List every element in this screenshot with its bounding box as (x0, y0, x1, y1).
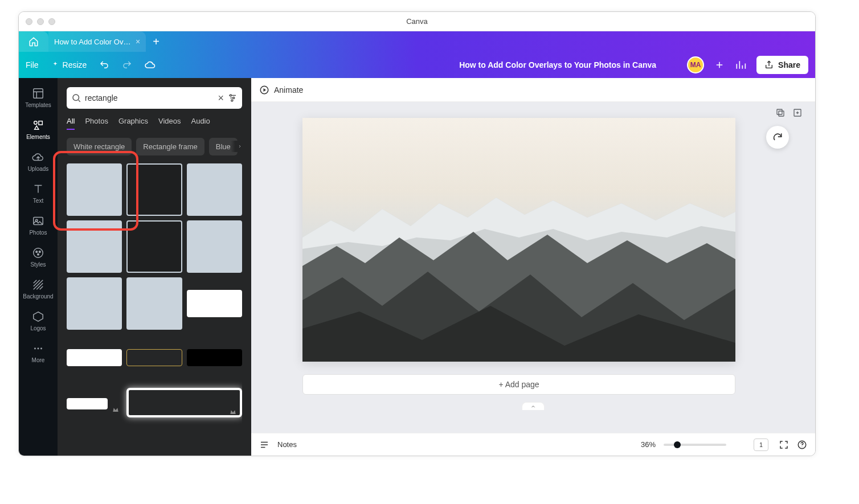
close-dot[interactable] (26, 18, 32, 25)
result-shape[interactable] (187, 290, 242, 317)
rail-logos[interactable]: Logos (19, 305, 58, 337)
result-shape[interactable] (67, 349, 122, 366)
canvas-area: Animate (251, 78, 815, 456)
canvas-page[interactable] (302, 118, 735, 362)
result-shape[interactable] (126, 277, 182, 330)
svg-point-14 (233, 97, 235, 99)
cloud-sync-icon[interactable] (145, 59, 156, 71)
rail-label: Elements (26, 134, 50, 140)
page-drawer-handle[interactable] (522, 402, 545, 410)
minimize-dot[interactable] (37, 18, 44, 25)
rail-background[interactable]: Background (19, 273, 58, 305)
svg-rect-2 (39, 121, 42, 124)
result-shape[interactable] (187, 163, 242, 216)
logos-icon (32, 310, 44, 323)
canvas-stage[interactable]: + Add page (251, 102, 815, 433)
clear-search-icon[interactable]: × (218, 92, 224, 104)
add-page-button[interactable]: + Add page (302, 374, 735, 395)
result-shape[interactable] (187, 220, 242, 273)
uploads-icon (32, 151, 44, 163)
zoom-dot[interactable] (48, 18, 55, 25)
rail-photos[interactable]: Photos (19, 209, 58, 241)
rail-text[interactable]: Text (19, 177, 58, 209)
result-shape[interactable] (126, 388, 242, 417)
insights-icon[interactable] (735, 59, 746, 71)
document-title[interactable]: How to Add Color Overlays to Your Photos… (459, 60, 656, 69)
result-shape[interactable] (126, 220, 182, 273)
rail-label: Templates (25, 102, 51, 108)
filter-tab-audio[interactable]: Audio (191, 117, 210, 130)
search-results (67, 163, 242, 446)
rail-elements[interactable]: Elements (19, 113, 58, 145)
filter-tab-graphics[interactable]: Graphics (118, 117, 148, 130)
svg-rect-0 (34, 88, 43, 98)
pro-badge-icon (228, 407, 238, 416)
more-icon (32, 342, 44, 355)
filter-tab-videos[interactable]: Videos (158, 117, 181, 130)
page-tools (775, 108, 803, 118)
rail-styles[interactable]: Styles (19, 241, 58, 273)
notes-icon[interactable] (259, 440, 269, 450)
side-rail: Templates Elements Uploads Text Photos S… (19, 78, 58, 456)
document-tab[interactable]: How to Add Color Ove… × (48, 31, 146, 52)
filter-tab-photos[interactable]: Photos (85, 117, 108, 130)
svg-point-9 (34, 347, 36, 349)
zoom-slider[interactable] (664, 444, 726, 446)
duplicate-page-icon[interactable] (775, 108, 786, 118)
chip-white-rectangle[interactable]: White rectangle (67, 138, 132, 155)
help-icon[interactable] (797, 440, 807, 450)
rail-label: Uploads (28, 166, 49, 172)
svg-point-21 (801, 446, 802, 447)
result-shape[interactable] (67, 220, 122, 273)
result-shape[interactable] (67, 277, 122, 330)
svg-point-5 (34, 248, 43, 257)
result-shape[interactable] (67, 163, 122, 216)
animate-button[interactable]: Animate (259, 85, 303, 95)
svg-point-1 (34, 121, 37, 124)
search-field[interactable]: × (67, 87, 242, 109)
result-shape[interactable] (126, 349, 182, 366)
file-menu[interactable]: File (26, 60, 39, 69)
page-indicator[interactable]: 1 (754, 439, 768, 451)
top-toolbar: File Resize How to Add Color Overlays to… (19, 52, 815, 78)
rail-templates[interactable]: Templates (19, 81, 58, 113)
rail-uploads[interactable]: Uploads (19, 145, 58, 177)
svg-point-6 (36, 251, 38, 252)
home-tab[interactable] (19, 31, 48, 52)
close-tab-icon[interactable]: × (136, 37, 140, 46)
add-member-icon[interactable] (714, 60, 725, 70)
result-shape[interactable] (67, 398, 108, 409)
main-area: Templates Elements Uploads Text Photos S… (19, 78, 815, 456)
result-shape[interactable] (126, 163, 182, 216)
svg-point-15 (231, 100, 233, 101)
share-button[interactable]: Share (756, 56, 808, 74)
add-page-icon[interactable] (792, 108, 803, 118)
regenerate-button[interactable] (766, 126, 789, 149)
filter-icon[interactable] (227, 93, 238, 103)
fullscreen-icon[interactable] (779, 440, 789, 450)
zoom-percent[interactable]: 36% (641, 440, 656, 449)
resize-menu[interactable]: Resize (51, 60, 87, 69)
page-number: 1 (759, 441, 763, 448)
chevron-up-icon (530, 404, 536, 409)
result-shape[interactable] (187, 349, 242, 366)
search-input[interactable] (85, 93, 214, 103)
redo-icon[interactable] (122, 60, 132, 70)
app-window: Canva How to Add Color Ove… × + File Res… (18, 11, 816, 456)
tab-bar: How to Add Color Ove… × + (19, 31, 815, 52)
rail-label: More (32, 357, 45, 363)
user-avatar[interactable]: MA (687, 56, 704, 73)
sparkle-icon (51, 61, 59, 69)
notes-label[interactable]: Notes (277, 440, 297, 449)
undo-icon[interactable] (99, 60, 109, 70)
mountain-photo (302, 118, 735, 362)
resize-label: Resize (63, 60, 87, 69)
photos-icon (32, 215, 44, 227)
new-tab-button[interactable]: + (146, 31, 166, 52)
zoom-thumb[interactable] (674, 441, 681, 448)
rail-more[interactable]: More (19, 337, 58, 368)
chip-rectangle-frame[interactable]: Rectangle frame (136, 138, 204, 155)
chips-scroll-right[interactable] (231, 141, 242, 152)
filter-tab-all[interactable]: All (67, 117, 75, 130)
rail-label: Logos (30, 325, 46, 331)
